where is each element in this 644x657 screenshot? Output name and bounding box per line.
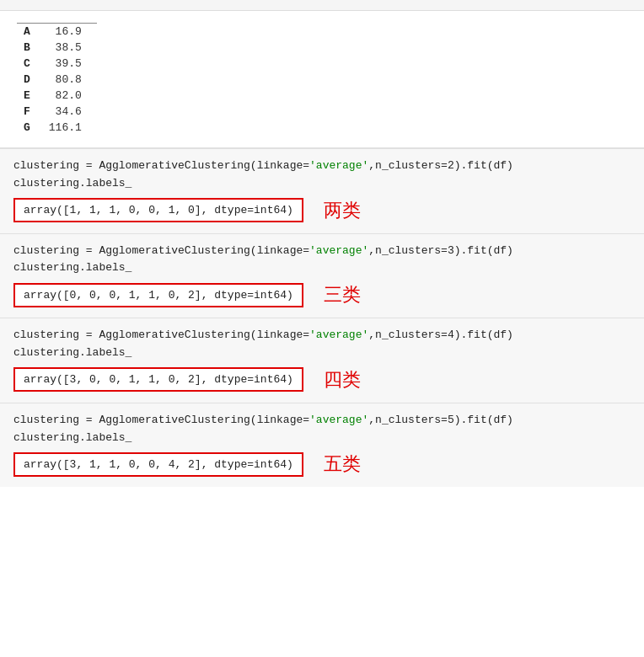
code-str: 'average' — [309, 244, 368, 257]
result-row: array([3, 1, 1, 0, 0, 4, 2], dtype=int64… — [13, 451, 631, 477]
row-index: B — [17, 40, 42, 56]
code-str: 'average' — [309, 414, 368, 426]
array-box: array([0, 0, 0, 1, 1, 0, 2], dtype=int64… — [13, 283, 303, 307]
chinese-label: 五类 — [324, 451, 361, 477]
code-plain: clustering = AgglomerativeClustering(lin… — [13, 414, 309, 426]
table-row: A 16.9 — [17, 24, 97, 40]
code-end: ,n_clusters=4).fit(df) — [368, 328, 513, 341]
row-index: E — [17, 88, 42, 104]
row-index: A — [17, 24, 42, 40]
row-value: 38.5 — [42, 40, 97, 56]
table-row: E 82.0 — [17, 88, 97, 104]
code-line2: clustering.labels_ — [13, 430, 631, 447]
code-end: ,n_clusters=3).fit(df) — [368, 244, 513, 257]
table-row: D 80.8 — [17, 72, 97, 88]
array-box: array([3, 1, 1, 0, 0, 4, 2], dtype=int64… — [13, 452, 303, 477]
top-bar — [0, 0, 644, 11]
table-row: G 116.1 — [17, 120, 97, 136]
chinese-label: 四类 — [324, 367, 361, 393]
chinese-label: 三类 — [324, 282, 361, 307]
code-line2: clustering.labels_ — [13, 259, 631, 277]
code-line1: clustering = AgglomerativeClustering(lin… — [13, 412, 631, 430]
table-row: F 34.6 — [17, 104, 97, 120]
dataframe-table: A 16.9 B 38.5 C 39.5 D 80.8 E 82.0 F 34.… — [17, 19, 97, 136]
row-index: G — [17, 120, 42, 136]
code-line1: clustering = AgglomerativeClustering(lin… — [13, 158, 631, 175]
array-box: array([1, 1, 1, 0, 0, 1, 0], dtype=int64… — [13, 198, 303, 222]
chinese-label: 两类 — [324, 198, 361, 223]
table-row: C 39.5 — [17, 56, 97, 72]
code-str: 'average' — [309, 159, 368, 172]
row-index: C — [17, 56, 42, 72]
row-index: F — [17, 104, 42, 120]
result-row: array([0, 0, 0, 1, 1, 0, 2], dtype=int64… — [13, 282, 631, 307]
row-value: 80.8 — [42, 72, 97, 88]
dataframe-section: A 16.9 B 38.5 C 39.5 D 80.8 E 82.0 F 34.… — [0, 11, 644, 148]
code-plain: clustering = AgglomerativeClustering(lin… — [13, 244, 309, 257]
code-line1: clustering = AgglomerativeClustering(lin… — [13, 327, 631, 345]
code-str: 'average' — [309, 328, 368, 341]
code-end: ,n_clusters=5).fit(df) — [368, 414, 513, 426]
cluster-section-3: clustering = AgglomerativeClustering(lin… — [0, 403, 644, 488]
code-line1: clustering = AgglomerativeClustering(lin… — [13, 243, 631, 260]
result-row: array([3, 0, 0, 1, 1, 0, 2], dtype=int64… — [13, 367, 631, 393]
code-end: ,n_clusters=2).fit(df) — [368, 159, 513, 172]
code-plain: clustering = AgglomerativeClustering(lin… — [13, 159, 309, 172]
row-value: 39.5 — [42, 56, 97, 72]
result-row: array([1, 1, 1, 0, 0, 1, 0], dtype=int64… — [13, 198, 631, 223]
row-index: D — [17, 72, 42, 88]
row-value: 116.1 — [42, 120, 97, 136]
clusters-container: clustering = AgglomerativeClustering(lin… — [0, 148, 644, 487]
table-row: B 38.5 — [17, 40, 97, 56]
array-box: array([3, 0, 0, 1, 1, 0, 2], dtype=int64… — [13, 367, 303, 392]
row-value: 82.0 — [42, 88, 97, 104]
code-plain: clustering = AgglomerativeClustering(lin… — [13, 328, 309, 341]
code-line2: clustering.labels_ — [13, 345, 631, 362]
cluster-section-0: clustering = AgglomerativeClustering(lin… — [0, 148, 644, 233]
code-line2: clustering.labels_ — [13, 175, 631, 193]
cluster-section-1: clustering = AgglomerativeClustering(lin… — [0, 233, 644, 318]
cluster-section-2: clustering = AgglomerativeClustering(lin… — [0, 318, 644, 403]
row-value: 34.6 — [42, 104, 97, 120]
row-value: 16.9 — [42, 24, 97, 40]
